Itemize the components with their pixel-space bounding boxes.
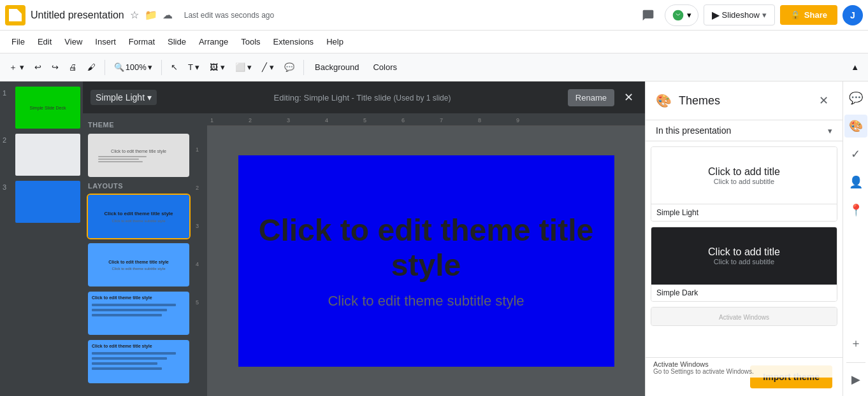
theme2-preview-title: Click to add title [708,246,780,258]
sidebar-people-icon[interactable]: 👤 [844,171,867,194]
theme-editor-close-button[interactable]: ✕ [619,88,637,106]
background-button[interactable]: Background [309,59,365,75]
sidebar-add-button[interactable]: ＋ [844,332,867,355]
image-tool[interactable]: 🖼 ▾ [206,60,229,74]
menu-help[interactable]: Help [320,34,350,49]
theme-card-simple-light[interactable]: Click to add title Click to add subtitle… [651,146,837,222]
slide-img-1: Simple Slide Deck [15,87,80,129]
canvas-area[interactable]: Click to edit theme title style Click to… [207,126,645,396]
user-avatar[interactable]: J [843,5,863,25]
star-icon[interactable]: ☆ [128,9,141,22]
slide-thumb-2[interactable]: 2 [3,134,80,176]
theme2-name: Simple Dark [651,285,837,301]
editing-main: Editing: Simple Light - Title slide [273,93,391,103]
editor-inner: 1 2 3 4 5 6 7 8 9 [194,113,645,396]
menu-edit[interactable]: Edit [31,34,58,49]
menu-insert[interactable]: Insert [89,34,122,49]
sidebar-chat-icon[interactable]: 💬 [844,87,867,110]
theme-section-label: THEME [88,121,189,129]
theme1-preview-subtitle: Click to add subtitle [714,178,774,185]
menu-arrange[interactable]: Arrange [192,34,235,49]
layout-4-preview: Click to edit theme title style [88,340,189,383]
theme-card-simple-dark[interactable]: Click to add title Click to add subtitle… [651,227,837,302]
slide-num-3: 3 [3,183,13,191]
layouts-section-label: LAYOUTS [88,182,189,190]
menu-extensions[interactable]: Extensions [267,34,321,49]
app-logo-icon [9,9,22,22]
svg-text:5: 5 [363,117,366,124]
editor-content: THEME Click to edit theme title style LA… [83,113,645,396]
menu-view[interactable]: View [58,34,89,49]
menu-tools[interactable]: Tools [235,34,266,49]
theme-card-partial[interactable]: Activate Windows [651,307,837,326]
layout-thumb-2[interactable]: Click to edit theme title style Click to… [88,243,189,286]
slide-num-1: 1 [3,89,13,97]
layout-3-line-3 [92,314,162,316]
meet-button[interactable]: ▾ [665,4,698,26]
canvas-title[interactable]: Click to edit theme title style [238,213,614,283]
theme2-preview-subtitle: Click to add subtitle [714,258,774,265]
line-tool[interactable]: ╱ ▾ [258,60,278,74]
slide-num-2: 2 [3,136,13,144]
slideshow-button[interactable]: ▶ Slideshow ▾ [704,4,775,25]
sidebar-maps-icon[interactable]: 📍 [844,199,867,222]
layout-thumb-title[interactable]: Click to edit theme title style Click to… [88,195,189,238]
themes-header: 🎨 Themes ✕ [646,81,843,120]
rename-button[interactable]: Rename [568,89,614,106]
menu-format[interactable]: Format [122,34,161,49]
cloud-icon[interactable]: ☁ [161,9,174,22]
line-1 [98,156,147,157]
folder-icon[interactable]: 📁 [145,9,157,22]
menu-bar: File Edit View Insert Format Slide Arran… [0,31,868,53]
slideshow-arrow[interactable]: ▾ [762,10,767,20]
layout-4-line-2 [92,357,167,360]
slideshow-label: Slideshow [722,10,760,20]
menu-file[interactable]: File [5,34,31,49]
themes-footer: Activate Windows Go to Settings to activ… [646,357,843,396]
shapes-tool[interactable]: ⬜ ▾ [231,60,256,74]
themes-list: Click to add title Click to add subtitle… [646,141,843,357]
layout-2-title: Click to edit theme title style [108,260,169,264]
layout-4-line-4 [92,367,162,370]
comments-button[interactable] [637,4,660,27]
doc-title[interactable]: Untitled presentation [31,10,124,21]
theme-selector[interactable]: Simple Light ▾ [90,90,157,105]
slide-thumb-1[interactable]: 1 Simple Slide Deck [3,87,80,129]
undo-button[interactable]: ↩ [31,60,45,74]
theme-selector-arrow: ▾ [147,92,152,103]
ruler-corner [194,113,207,126]
canvas-subtitle[interactable]: Click to edit theme subtitle style [328,293,524,309]
theme-thumb-preview: Click to edit theme title style [88,134,189,177]
themes-dropdown[interactable]: In this presentation ▾ [646,120,843,141]
menu-slide[interactable]: Slide [161,34,192,49]
svg-text:1: 1 [210,117,213,124]
print-button[interactable]: 🖨 [65,60,81,74]
cursor-tool[interactable]: ↖ [167,60,182,74]
text-tool[interactable]: T ▾ [184,60,203,74]
theme-preview-simple-dark: Click to add title Click to add subtitle [651,227,837,285]
redo-button[interactable]: ↪ [48,60,62,74]
line-2 [98,159,139,160]
layout-3-title: Click to edit theme title style [92,295,185,300]
slide-preview-3 [15,181,80,223]
colors-button[interactable]: Colors [367,59,403,75]
slide-thumb-3[interactable]: 3 [3,181,80,223]
themes-title: Themes [679,94,807,108]
theme-preview-thumb[interactable]: Click to edit theme title style [88,134,189,177]
collapse-button[interactable]: ▲ [847,60,863,74]
paint-format-button[interactable]: 🖌 [83,60,99,74]
themes-close-button[interactable]: ✕ [814,92,832,110]
layout-thumb-3[interactable]: Click to edit theme title style [88,292,189,335]
layout-thumb-4[interactable]: Click to edit theme title style [88,340,189,383]
slide-canvas[interactable]: Click to edit theme title style Click to… [238,155,614,367]
share-button[interactable]: 🔒 Share [780,5,837,25]
themes-dropdown-label: In this presentation [656,125,828,136]
sidebar-themes-icon[interactable]: 🎨 [844,115,867,138]
sidebar-tasks-icon[interactable]: ✓ [844,143,867,166]
themes-palette-icon: 🎨 [656,93,671,108]
zoom-button[interactable]: 🔍 100% ▾ [110,60,156,74]
sidebar-expand-icon[interactable]: ▶ [844,368,867,391]
activate-windows-overlay: Activate Windows Go to Settings to activ… [646,358,843,378]
comment-tool[interactable]: 💬 [280,60,298,74]
add-button[interactable]: ＋ ▾ [5,59,28,76]
